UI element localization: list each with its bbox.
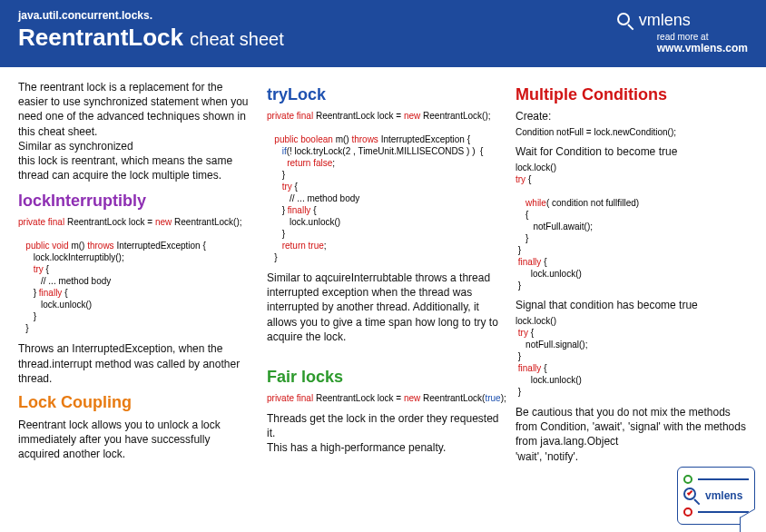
- heading-multiple-conditions: Multiple Conditions: [516, 85, 748, 104]
- c: }: [18, 311, 36, 321]
- code-trylock: private final ReentrantLock lock = new R…: [267, 110, 499, 263]
- c: lock.lock(): [516, 163, 556, 172]
- header-right: vmlens read more at www.vmlens.com: [617, 9, 748, 54]
- brand-name: vmlens: [639, 11, 691, 30]
- c: notFull.await();: [516, 222, 593, 232]
- circle-icon: [683, 507, 692, 517]
- c: // ... method body: [18, 276, 111, 286]
- c: }: [516, 387, 521, 397]
- c: lock.unlock(): [516, 375, 582, 385]
- c: }: [267, 170, 285, 180]
- code-signal: lock.lock() try { notFull.signal(); } fi…: [516, 315, 748, 398]
- code-wait: lock.lock() try { while( condition not f…: [516, 162, 748, 291]
- c: finally: [288, 205, 311, 215]
- c: throws: [87, 241, 116, 251]
- para-fair: Threads get the lock in the order they r…: [267, 411, 499, 456]
- magnifier-icon: [617, 13, 633, 29]
- c: {: [44, 264, 49, 274]
- c: public void: [18, 241, 71, 251]
- heading-lockinterruptibly: lockInterruptibly: [18, 192, 250, 211]
- circle-icon: [683, 475, 692, 484]
- column-3: Multiple Conditions Create: Condition no…: [516, 80, 748, 471]
- header-bar: java.util.concurrent.locks. ReentrantLoc…: [0, 0, 766, 67]
- c: (! lock.tryLock(2 , TimeUnit.MILLISECOND…: [287, 146, 484, 156]
- subheading-signal: Signal that condition has become true: [516, 299, 748, 311]
- c: ;: [324, 241, 327, 251]
- c: }: [516, 233, 528, 243]
- para-lockinterruptibly: Throws an InterruptedException, when the…: [18, 341, 250, 386]
- c: notFull.signal();: [516, 340, 587, 350]
- c: lock.lock(): [516, 316, 556, 326]
- c: private final: [267, 393, 316, 403]
- c: {: [310, 205, 316, 215]
- c: }: [18, 288, 39, 298]
- c: }: [267, 229, 285, 239]
- footer-row-1: [683, 475, 749, 484]
- title-main: ReentrantLock: [18, 24, 183, 51]
- column-1: The reentrant lock is a replacement for …: [18, 80, 250, 471]
- line-icon: [698, 511, 749, 513]
- c: ReentrantLock(: [423, 393, 485, 403]
- c: ReentrantLock lock =: [67, 217, 155, 227]
- c: new: [404, 111, 423, 121]
- footer-card-icon: vmlens: [677, 467, 755, 525]
- c: lock.unlock(): [267, 217, 340, 227]
- heading-lock-coupling: Lock Coupling: [18, 393, 250, 412]
- c: }: [516, 351, 521, 361]
- heading-trylock: tryLock: [267, 85, 499, 104]
- c: {: [516, 210, 528, 220]
- c: finally: [39, 288, 63, 298]
- column-2: tryLock private final ReentrantLock lock…: [267, 80, 499, 471]
- c: try: [18, 264, 44, 274]
- c: ReentrantLock lock =: [316, 393, 404, 403]
- c: ReentrantLock lock =: [316, 111, 404, 121]
- c: }: [267, 205, 288, 215]
- title-sub-text: cheat sheet: [190, 29, 283, 49]
- c: {: [525, 174, 531, 184]
- c: m(): [71, 241, 87, 251]
- brand-row: vmlens: [617, 11, 691, 30]
- intro-text: The reentrant lock is a replacement for …: [18, 80, 250, 182]
- content: The reentrant lock is a replacement for …: [0, 67, 766, 480]
- c: try: [516, 328, 528, 338]
- c: lock.lockInterruptibly();: [18, 252, 124, 262]
- c: }: [516, 281, 521, 291]
- c: {: [292, 182, 298, 192]
- c: }: [516, 245, 521, 255]
- c: {: [541, 257, 546, 267]
- c: public boolean: [267, 134, 336, 144]
- footer-row-3: [683, 507, 749, 517]
- c: lock.unlock(): [18, 300, 92, 310]
- code-lockinterruptibly: private final ReentrantLock lock = new R…: [18, 216, 250, 334]
- footer-row-2: vmlens: [683, 488, 749, 504]
- c: if: [267, 146, 287, 156]
- c: lock.unlock(): [516, 269, 582, 279]
- heading-fair-locks: Fair locks: [267, 368, 499, 387]
- c: while: [516, 198, 546, 208]
- package-path: java.util.concurrent.locks.: [18, 9, 284, 22]
- c: m(): [336, 134, 352, 144]
- c: }: [267, 252, 278, 262]
- c: finally: [516, 363, 541, 373]
- c: ;: [332, 158, 335, 168]
- c: finally: [516, 257, 541, 267]
- c: );: [501, 393, 506, 403]
- page: java.util.concurrent.locks. ReentrantLoc…: [0, 0, 766, 532]
- magnifier-check-icon: [683, 488, 700, 504]
- c: new: [155, 217, 174, 227]
- read-more-label: read more at: [657, 32, 709, 42]
- c: private final: [267, 111, 316, 121]
- subheading-create: Create:: [516, 110, 748, 123]
- c: true: [485, 393, 500, 403]
- c: ReentrantLock();: [423, 111, 490, 121]
- c: // ... method body: [267, 193, 359, 203]
- c: ReentrantLock();: [174, 217, 241, 227]
- c: new: [404, 393, 423, 403]
- para-caution: Be cautious that you do not mix the meth…: [516, 405, 748, 464]
- c: private final: [18, 217, 67, 227]
- c: InterruptedException {: [116, 241, 205, 251]
- c: ( condition not fullfilled): [546, 198, 639, 208]
- subheading-wait: Wait for Condition to become true: [516, 145, 748, 158]
- para-trylock: Similar to aqcuireInterrubtable throws a…: [267, 271, 499, 344]
- page-title: ReentrantLock cheat sheet: [18, 24, 284, 52]
